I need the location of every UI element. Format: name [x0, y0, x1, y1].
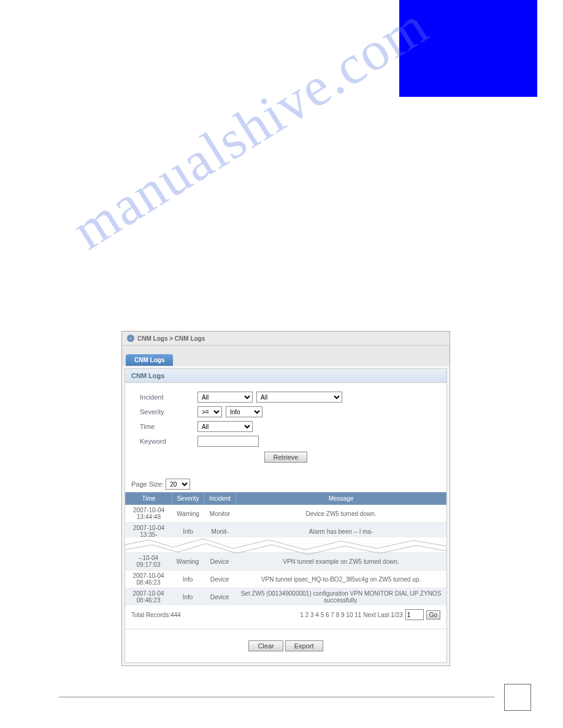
logs-table-continued: --10-04 09:17:03 Warning Device VPN tunn… [125, 552, 446, 605]
table-row: 2007-10-04 13:44:48 Warning Monitor Devi… [126, 505, 446, 523]
actions: Clear Export [125, 629, 446, 656]
table-row: --10-04 09:17:03 Warning Device VPN tunn… [125, 553, 446, 571]
keyword-input[interactable] [197, 436, 259, 447]
pagesize-label: Page Size: [131, 480, 164, 488]
col-time: Time [126, 493, 172, 505]
time-select[interactable]: All [197, 421, 253, 432]
time-label: Time [140, 423, 194, 430]
total-records: Total Records:444 [131, 612, 181, 618]
clear-button[interactable]: Clear [248, 640, 283, 651]
export-button[interactable]: Export [285, 640, 323, 651]
severity-level-select[interactable]: Info [226, 406, 262, 417]
pagesize-select[interactable]: 20 [166, 479, 190, 490]
breadcrumb-icon: › [127, 335, 134, 342]
page-number-box [504, 684, 531, 711]
cnm-logs-panel: CNM Logs Incident All All Severity >= In… [124, 368, 447, 663]
retrieve-button[interactable]: Retrieve [264, 452, 308, 463]
pagesize-row: Page Size: 20 [125, 476, 446, 492]
tab-bar: CNM Logs [122, 346, 450, 366]
severity-op-select[interactable]: >= [197, 406, 222, 417]
pagination-bar: Total Records:444 1 2 3 4 5 6 7 8 9 10 1… [125, 605, 446, 624]
cnm-logs-window: › CNM Logs > CNM Logs CNM Logs CNM Logs … [121, 331, 450, 666]
page-footer-rule [59, 697, 494, 697]
keyword-label: Keyword [140, 438, 194, 445]
page-number-input[interactable] [405, 609, 424, 620]
incident-label: Incident [140, 393, 194, 401]
breadcrumb-text: CNM Logs > CNM Logs [137, 335, 205, 342]
col-message: Message [236, 493, 446, 505]
table-row: 2007-10-04 08:46:23 Info Device Set ZW5 … [125, 588, 446, 606]
go-button[interactable]: Go [426, 610, 440, 620]
logs-table: Time Severity Incident Message 2007-10-0… [125, 492, 446, 540]
col-severity: Severity [172, 493, 204, 505]
watermark: manualshive.com [61, 0, 439, 262]
incident-select-1[interactable]: All [197, 392, 253, 403]
breadcrumb: › CNM Logs > CNM Logs [122, 332, 450, 346]
header-blue-block [399, 0, 537, 97]
table-row: 2007-10-04 08:46:23 Info Device VPN tunn… [125, 571, 446, 588]
pagination-links[interactable]: 1 2 3 4 5 6 7 8 9 10 11 Next Last 1/23 [300, 612, 402, 618]
incident-select-2[interactable]: All [256, 392, 342, 403]
col-incident: Incident [204, 493, 236, 505]
table-row: 2007-10-04 13:35- Info Monit- Alarm has … [126, 523, 446, 540]
tab-cnm-logs[interactable]: CNM Logs [126, 354, 173, 366]
severity-label: Severity [140, 408, 194, 415]
filter-form: Incident All All Severity >= Info Time A… [125, 383, 446, 476]
panel-title: CNM Logs [125, 369, 446, 383]
